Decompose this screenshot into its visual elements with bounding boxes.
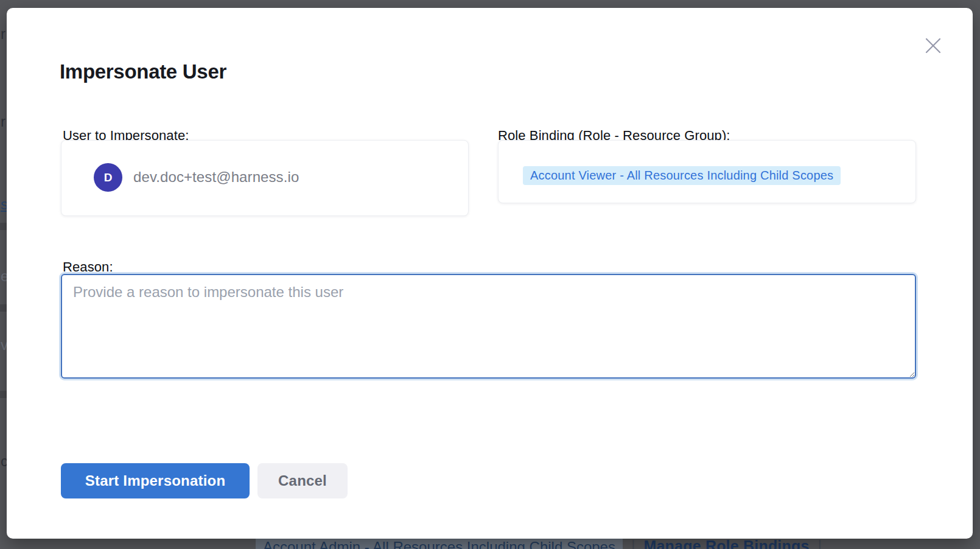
background-row-divider [0, 223, 7, 230]
modal-actions: Start Impersonation Cancel [61, 463, 348, 498]
background-bottom-row: Account Admin - All Resources Including … [0, 539, 980, 549]
background-text-fragment: r [1, 26, 5, 43]
role-binding-card: Account Viewer - All Resources Including… [498, 140, 916, 203]
close-icon [925, 38, 941, 54]
background-separator: | [631, 537, 635, 549]
background-row-divider [0, 304, 7, 312]
user-avatar: D [94, 163, 122, 192]
avatar-initial: D [104, 171, 113, 184]
user-email: dev.doc+test@harness.io [133, 169, 299, 186]
start-impersonation-button[interactable]: Start Impersonation [61, 463, 250, 498]
cancel-button[interactable]: Cancel [257, 463, 348, 498]
impersonate-user-modal: Impersonate User User to Impersonate: D … [7, 8, 973, 539]
user-card: D dev.doc+test@harness.io [61, 140, 469, 216]
close-button[interactable] [923, 35, 943, 56]
modal-title: Impersonate User [60, 60, 226, 83]
role-binding-tag: Account Viewer - All Resources Including… [523, 166, 841, 185]
background-text-fragment: r [1, 113, 5, 130]
background-role-binding-tag: Account Admin - All Resources Including … [256, 537, 623, 549]
reason-textarea[interactable] [61, 274, 916, 379]
background-manage-role-bindings-link: Manage Role Bindings [643, 537, 809, 549]
background-separator: | [818, 537, 822, 549]
reason-label: Reason: [63, 259, 113, 275]
background-row-divider [0, 391, 7, 398]
